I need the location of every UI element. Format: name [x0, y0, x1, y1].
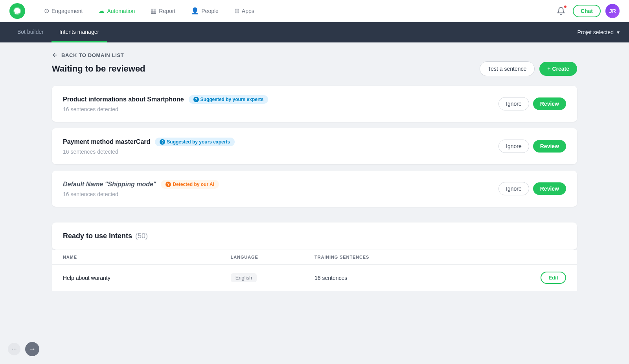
intent-title-row-2: Payment method masterCard ? Suggested by…	[63, 138, 235, 146]
header-actions: Test a sentence + Create	[480, 61, 577, 76]
review-button-1[interactable]: Review	[533, 97, 566, 110]
ignore-button-3[interactable]: Ignore	[498, 182, 529, 195]
ignore-button-1[interactable]: Ignore	[498, 97, 529, 110]
col-header-name: NAME	[63, 255, 231, 259]
apps-icon: ⊞	[234, 7, 239, 15]
top-navigation: ⊙ Engagement ☁ Automation ▦ Report 👤 Peo…	[0, 0, 629, 22]
row-name: Help about waranty	[63, 275, 231, 281]
intent-title-row-3: Default Name "Shipping mode" ? Detected …	[63, 180, 219, 189]
table-row: Help about waranty English 16 sentences …	[52, 265, 577, 291]
intent-info-2: Payment method masterCard ? Suggested by…	[63, 138, 235, 155]
intent-info-3: Default Name "Shipping mode" ? Detected …	[63, 180, 219, 197]
intent-info-1: Product informations about Smartphone ? …	[63, 95, 268, 112]
ready-to-use-section: Ready to use intents (50)	[52, 222, 577, 250]
ignore-button-2[interactable]: Ignore	[498, 140, 529, 153]
intent-subtitle-1: 16 sentences detected	[63, 106, 268, 112]
notification-badge	[563, 5, 567, 9]
sub-navigation: Bot builder Intents manager Projet selec…	[0, 22, 629, 42]
test-sentence-button[interactable]: Test a sentence	[480, 61, 535, 76]
nav-label-people: People	[201, 8, 219, 14]
arrow-right-icon: →	[29, 345, 36, 353]
intent-name-2: Payment method masterCard	[63, 138, 150, 145]
intents-table: NAME LANGUAGE TRAINING SENTENCES Help ab…	[52, 250, 577, 291]
page-title: Waiting to be reviewed	[52, 64, 145, 74]
badge-text-2: Suggested by yours experts	[167, 139, 230, 145]
report-icon: ▦	[151, 7, 156, 15]
edit-button[interactable]: Edit	[541, 272, 566, 284]
bottom-controls: ··· →	[8, 342, 39, 356]
intent-badge-3: ? Detected by our AI	[161, 180, 219, 189]
row-actions: Edit	[482, 272, 566, 284]
table-header: NAME LANGUAGE TRAINING SENTENCES	[52, 250, 577, 265]
ready-title-text: Ready to use intents	[63, 232, 132, 240]
sub-nav-label-intents-manager: Intents manager	[59, 29, 99, 35]
col-header-sentences: TRAINING SENTENCES	[314, 255, 482, 259]
review-button-2[interactable]: Review	[533, 140, 566, 153]
forward-arrow-button[interactable]: →	[25, 342, 39, 356]
nav-item-people[interactable]: 👤 People	[185, 4, 225, 18]
badge-text-3: Detected by our AI	[173, 182, 214, 187]
section-spacer	[52, 213, 577, 222]
chat-button[interactable]: Chat	[573, 5, 601, 17]
col-header-language: LANGUAGE	[231, 255, 314, 259]
intent-actions-2: Ignore Review	[498, 140, 566, 153]
nav-label-automation: Automation	[107, 8, 135, 14]
engagement-icon: ⊙	[44, 7, 49, 15]
nav-items: ⊙ Engagement ☁ Automation ▦ Report 👤 Peo…	[38, 4, 554, 18]
nav-label-engagement: Engagement	[51, 8, 83, 14]
row-sentences: 16 sentences	[314, 275, 482, 281]
intent-badge-1: ? Suggested by yours experts	[189, 95, 269, 104]
create-button[interactable]: + Create	[539, 62, 577, 76]
sub-nav-items: Bot builder Intents manager	[9, 22, 107, 42]
sub-nav-intents-manager[interactable]: Intents manager	[51, 22, 107, 42]
avatar-initials: JR	[605, 4, 620, 18]
ready-count: (50)	[135, 232, 148, 240]
dots-button[interactable]: ···	[8, 343, 20, 355]
intent-subtitle-2: 16 sentences detected	[63, 149, 235, 155]
nav-item-engagement[interactable]: ⊙ Engagement	[38, 4, 89, 18]
nav-label-apps: Apps	[242, 8, 254, 14]
review-button-3[interactable]: Review	[533, 182, 566, 195]
badge-text-1: Suggested by yours experts	[200, 97, 264, 102]
main-content: BACK TO DOMAIN LIST Waiting to be review…	[39, 42, 590, 301]
brand-logo[interactable]	[9, 3, 25, 19]
info-icon-3: ?	[166, 182, 171, 187]
arrow-left-icon	[52, 52, 58, 58]
ready-title: Ready to use intents (50)	[63, 232, 566, 240]
row-language: English	[231, 273, 314, 282]
people-icon: 👤	[191, 7, 199, 15]
nav-right: Chat JR	[554, 4, 620, 18]
nav-label-report: Report	[159, 8, 175, 14]
notification-button[interactable]	[554, 4, 568, 18]
info-icon-2: ?	[160, 139, 165, 145]
intent-subtitle-3: 16 sentences detected	[63, 191, 219, 197]
intent-name-1: Product informations about Smartphone	[63, 96, 184, 103]
nav-item-automation[interactable]: ☁ Automation	[92, 4, 141, 18]
nav-item-apps[interactable]: ⊞ Apps	[228, 4, 261, 18]
intent-card-2: Payment method masterCard ? Suggested by…	[52, 128, 577, 164]
chevron-down-icon: ▾	[617, 29, 620, 35]
intent-title-row-1: Product informations about Smartphone ? …	[63, 95, 268, 104]
col-header-actions	[482, 255, 566, 259]
intent-name-3: Default Name "Shipping mode"	[63, 181, 156, 188]
project-selector-label: Projet selected	[577, 29, 614, 35]
back-link-label: BACK TO DOMAIN LIST	[61, 52, 124, 58]
sub-nav-bot-builder[interactable]: Bot builder	[9, 22, 51, 42]
language-badge: English	[231, 273, 257, 282]
intent-badge-2: ? Suggested by yours experts	[155, 138, 235, 146]
dots-icon: ···	[11, 346, 17, 353]
page-header: Waiting to be reviewed Test a sentence +…	[52, 61, 577, 76]
intent-card-3: Default Name "Shipping mode" ? Detected …	[52, 171, 577, 207]
logo-icon	[13, 6, 22, 16]
automation-icon: ☁	[98, 7, 105, 15]
intent-actions-3: Ignore Review	[498, 182, 566, 195]
intent-actions-1: Ignore Review	[498, 97, 566, 110]
nav-item-report[interactable]: ▦ Report	[144, 4, 182, 18]
back-link[interactable]: BACK TO DOMAIN LIST	[52, 52, 577, 58]
project-selector[interactable]: Projet selected ▾	[577, 29, 620, 35]
avatar[interactable]: JR	[605, 4, 620, 18]
sub-nav-label-bot-builder: Bot builder	[17, 29, 44, 35]
info-icon-1: ?	[193, 97, 199, 102]
intent-card-1: Product informations about Smartphone ? …	[52, 86, 577, 122]
